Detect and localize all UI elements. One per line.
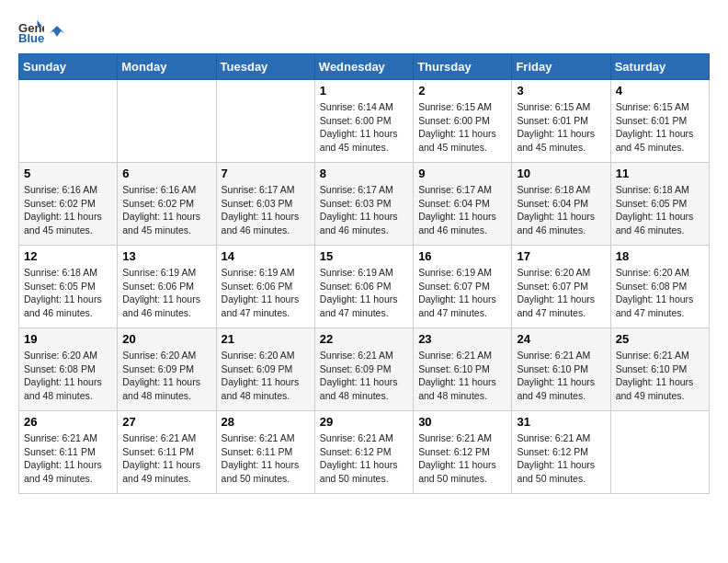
calendar-cell: 9Sunrise: 6:17 AM Sunset: 6:04 PM Daylig… <box>414 163 512 246</box>
day-number: 12 <box>24 249 112 263</box>
logo-icon: General Blue <box>18 18 44 44</box>
day-number: 25 <box>616 332 704 346</box>
day-number: 3 <box>517 84 605 98</box>
day-number: 22 <box>320 332 408 346</box>
cell-info: Sunrise: 6:14 AM Sunset: 6:00 PM Dayligh… <box>320 100 408 155</box>
day-header-monday: Monday <box>118 54 216 80</box>
svg-marker-3 <box>50 26 64 37</box>
week-row-5: 26Sunrise: 6:21 AM Sunset: 6:11 PM Dayli… <box>19 411 710 494</box>
calendar-cell: 29Sunrise: 6:21 AM Sunset: 6:12 PM Dayli… <box>314 411 413 494</box>
day-number: 20 <box>122 332 210 346</box>
day-number: 26 <box>24 415 112 429</box>
cell-info: Sunrise: 6:16 AM Sunset: 6:02 PM Dayligh… <box>24 183 112 237</box>
calendar-cell: 14Sunrise: 6:19 AM Sunset: 6:06 PM Dayli… <box>216 246 314 328</box>
day-number: 28 <box>222 415 310 429</box>
day-number: 29 <box>320 415 408 429</box>
header: General Blue <box>18 18 710 44</box>
cell-info: Sunrise: 6:21 AM Sunset: 6:12 PM Dayligh… <box>517 431 605 486</box>
day-header-saturday: Saturday <box>610 54 709 80</box>
day-number: 15 <box>320 249 408 263</box>
cell-info: Sunrise: 6:20 AM Sunset: 6:08 PM Dayligh… <box>24 349 112 403</box>
day-number: 21 <box>222 332 310 346</box>
cell-info: Sunrise: 6:19 AM Sunset: 6:06 PM Dayligh… <box>222 266 310 320</box>
day-number: 13 <box>122 249 210 263</box>
calendar-cell: 20Sunrise: 6:20 AM Sunset: 6:09 PM Dayli… <box>118 328 216 411</box>
calendar-cell: 24Sunrise: 6:21 AM Sunset: 6:10 PM Dayli… <box>512 328 610 411</box>
calendar-cell: 15Sunrise: 6:19 AM Sunset: 6:06 PM Dayli… <box>314 246 413 328</box>
cell-info: Sunrise: 6:19 AM Sunset: 6:06 PM Dayligh… <box>320 266 408 320</box>
cell-info: Sunrise: 6:20 AM Sunset: 6:07 PM Dayligh… <box>517 266 605 320</box>
calendar-cell: 3Sunrise: 6:15 AM Sunset: 6:01 PM Daylig… <box>512 80 610 163</box>
cell-info: Sunrise: 6:18 AM Sunset: 6:04 PM Dayligh… <box>517 183 605 237</box>
calendar-cell: 6Sunrise: 6:16 AM Sunset: 6:02 PM Daylig… <box>118 163 216 246</box>
calendar-cell: 8Sunrise: 6:17 AM Sunset: 6:03 PM Daylig… <box>314 163 413 246</box>
calendar-cell: 5Sunrise: 6:16 AM Sunset: 6:02 PM Daylig… <box>19 163 118 246</box>
svg-text:Blue: Blue <box>18 31 44 44</box>
calendar-cell: 18Sunrise: 6:20 AM Sunset: 6:08 PM Dayli… <box>610 246 709 328</box>
calendar-cell: 23Sunrise: 6:21 AM Sunset: 6:10 PM Dayli… <box>414 328 512 411</box>
calendar-cell: 7Sunrise: 6:17 AM Sunset: 6:03 PM Daylig… <box>216 163 314 246</box>
calendar-cell: 19Sunrise: 6:20 AM Sunset: 6:08 PM Dayli… <box>19 328 118 411</box>
day-number: 18 <box>616 249 704 263</box>
cell-info: Sunrise: 6:19 AM Sunset: 6:07 PM Dayligh… <box>418 266 506 320</box>
calendar-cell: 31Sunrise: 6:21 AM Sunset: 6:12 PM Dayli… <box>512 411 610 494</box>
cell-info: Sunrise: 6:21 AM Sunset: 6:11 PM Dayligh… <box>222 431 310 486</box>
calendar-cell: 4Sunrise: 6:15 AM Sunset: 6:01 PM Daylig… <box>610 80 709 163</box>
week-row-4: 19Sunrise: 6:20 AM Sunset: 6:08 PM Dayli… <box>19 328 710 411</box>
day-number: 4 <box>616 84 704 98</box>
day-header-friday: Friday <box>512 54 610 80</box>
cell-info: Sunrise: 6:17 AM Sunset: 6:03 PM Dayligh… <box>222 183 310 237</box>
calendar-cell: 21Sunrise: 6:20 AM Sunset: 6:09 PM Dayli… <box>216 328 314 411</box>
cell-info: Sunrise: 6:17 AM Sunset: 6:03 PM Dayligh… <box>320 183 408 237</box>
day-number: 19 <box>24 332 112 346</box>
calendar-cell: 13Sunrise: 6:19 AM Sunset: 6:06 PM Dayli… <box>118 246 216 328</box>
day-header-thursday: Thursday <box>414 54 512 80</box>
cell-info: Sunrise: 6:15 AM Sunset: 6:01 PM Dayligh… <box>616 100 704 155</box>
day-number: 27 <box>122 415 210 429</box>
cell-info: Sunrise: 6:18 AM Sunset: 6:05 PM Dayligh… <box>24 266 112 320</box>
calendar-cell <box>216 80 314 163</box>
day-header-tuesday: Tuesday <box>216 54 314 80</box>
day-number: 2 <box>418 84 506 98</box>
calendar-cell: 25Sunrise: 6:21 AM Sunset: 6:10 PM Dayli… <box>610 328 709 411</box>
calendar-table: SundayMondayTuesdayWednesdayThursdayFrid… <box>18 53 710 494</box>
cell-info: Sunrise: 6:19 AM Sunset: 6:06 PM Dayligh… <box>122 266 210 320</box>
calendar-cell <box>19 80 118 163</box>
day-number: 5 <box>24 167 112 180</box>
week-row-2: 5Sunrise: 6:16 AM Sunset: 6:02 PM Daylig… <box>19 163 710 246</box>
week-row-1: 1Sunrise: 6:14 AM Sunset: 6:00 PM Daylig… <box>19 80 710 163</box>
cell-info: Sunrise: 6:17 AM Sunset: 6:04 PM Dayligh… <box>418 183 506 237</box>
calendar-cell: 11Sunrise: 6:18 AM Sunset: 6:05 PM Dayli… <box>610 163 709 246</box>
calendar-cell <box>118 80 216 163</box>
cell-info: Sunrise: 6:18 AM Sunset: 6:05 PM Dayligh… <box>616 183 704 237</box>
day-number: 14 <box>222 249 310 263</box>
calendar-cell: 30Sunrise: 6:21 AM Sunset: 6:12 PM Dayli… <box>414 411 512 494</box>
day-number: 8 <box>320 167 408 180</box>
cell-info: Sunrise: 6:20 AM Sunset: 6:09 PM Dayligh… <box>122 349 210 403</box>
cell-info: Sunrise: 6:21 AM Sunset: 6:10 PM Dayligh… <box>418 349 506 403</box>
day-number: 23 <box>418 332 506 346</box>
week-row-3: 12Sunrise: 6:18 AM Sunset: 6:05 PM Dayli… <box>19 246 710 328</box>
cell-info: Sunrise: 6:21 AM Sunset: 6:11 PM Dayligh… <box>24 431 112 486</box>
day-number: 11 <box>616 167 704 180</box>
days-header-row: SundayMondayTuesdayWednesdayThursdayFrid… <box>19 54 710 80</box>
day-number: 10 <box>517 167 605 180</box>
day-header-sunday: Sunday <box>19 54 118 80</box>
cell-info: Sunrise: 6:21 AM Sunset: 6:12 PM Dayligh… <box>418 431 506 486</box>
day-number: 31 <box>517 415 605 429</box>
calendar-cell: 28Sunrise: 6:21 AM Sunset: 6:11 PM Dayli… <box>216 411 314 494</box>
day-header-wednesday: Wednesday <box>314 54 413 80</box>
cell-info: Sunrise: 6:15 AM Sunset: 6:01 PM Dayligh… <box>517 100 605 155</box>
logo: General Blue <box>18 18 66 44</box>
day-number: 7 <box>222 167 310 180</box>
cell-info: Sunrise: 6:15 AM Sunset: 6:00 PM Dayligh… <box>418 100 506 155</box>
cell-info: Sunrise: 6:21 AM Sunset: 6:10 PM Dayligh… <box>517 349 605 403</box>
day-number: 9 <box>418 167 506 180</box>
calendar-cell: 27Sunrise: 6:21 AM Sunset: 6:11 PM Dayli… <box>118 411 216 494</box>
cell-info: Sunrise: 6:20 AM Sunset: 6:09 PM Dayligh… <box>222 349 310 403</box>
day-number: 17 <box>517 249 605 263</box>
day-number: 30 <box>418 415 506 429</box>
day-number: 16 <box>418 249 506 263</box>
cell-info: Sunrise: 6:21 AM Sunset: 6:10 PM Dayligh… <box>616 349 704 403</box>
day-number: 24 <box>517 332 605 346</box>
